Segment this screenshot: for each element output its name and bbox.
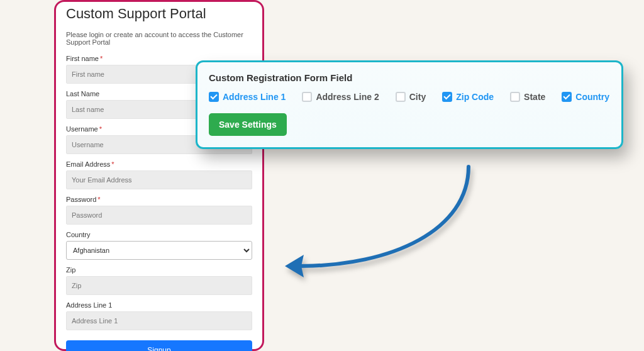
registration-settings-card: Custom Registration Form Field Address L… [196,60,623,149]
checkbox-label: Zip Code [456,92,494,102]
email-address-input[interactable] [66,170,252,189]
checkbox-label: Country [575,92,609,102]
country-select[interactable]: Afghanistan [66,241,252,260]
field-group: Address Line 1 [66,301,252,330]
field-group: Zip [66,266,252,295]
checkbox-option[interactable]: Address Line 1 [209,92,286,102]
required-asterisk: * [99,125,102,133]
checkbox-option[interactable]: Zip Code [442,92,494,102]
checkbox-icon[interactable] [396,92,406,102]
support-portal-card: Custom Support Portal Please login or cr… [54,0,264,351]
field-label: Password* [66,196,252,203]
checkbox-option[interactable]: City [396,92,426,102]
checkbox-label: City [409,92,426,102]
password-input[interactable] [66,206,252,225]
required-asterisk: * [97,196,100,203]
field-group: Password* [66,196,252,225]
field-label: Address Line 1 [66,301,252,309]
checkbox-option[interactable]: State [510,92,545,102]
portal-subtitle: Please login or create an account to acc… [66,31,252,46]
signup-button[interactable]: Signup [66,340,252,351]
zip-input[interactable] [66,276,252,295]
checkbox-label: State [524,92,545,102]
required-asterisk: * [100,55,103,62]
settings-options-row: Address Line 1Address Line 2CityZip Code… [209,92,610,102]
address-line-1-input[interactable] [66,311,252,330]
checkbox-icon[interactable] [209,92,219,102]
checkbox-icon[interactable] [302,92,312,102]
checkbox-icon[interactable] [510,92,520,102]
required-asterisk: * [111,160,114,168]
checkbox-icon[interactable] [442,92,452,102]
checkbox-option[interactable]: Address Line 2 [302,92,379,102]
settings-title: Custom Registration Form Field [209,72,610,83]
field-label: Country [66,231,252,238]
checkbox-label: Address Line 1 [223,92,286,102]
field-label: Email Address* [66,160,252,168]
pointer-arrow-icon [280,160,481,280]
checkbox-icon[interactable] [562,92,572,102]
field-label: Zip [66,266,252,274]
checkbox-option[interactable]: Country [562,92,609,102]
save-settings-button[interactable]: Save Settings [209,113,287,136]
field-group: Email Address* [66,160,252,189]
field-group: CountryAfghanistan [66,231,252,260]
checkbox-label: Address Line 2 [316,92,379,102]
portal-title: Custom Support Portal [66,6,252,22]
